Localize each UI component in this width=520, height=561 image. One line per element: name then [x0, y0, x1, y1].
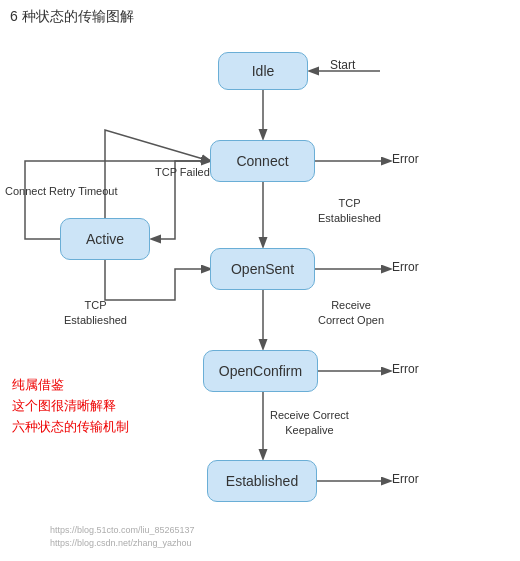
connect-state: Connect: [210, 140, 315, 182]
error1-label: Error: [392, 152, 419, 166]
opensent-state: OpenSent: [210, 248, 315, 290]
watermark1: https://blog.51cto.com/liu_85265137: [50, 525, 195, 535]
active-state: Active: [60, 218, 150, 260]
watermark2: https://blog.csdn.net/zhang_yazhou: [50, 538, 192, 548]
tcp-established2-label: TCPEstablieshed: [64, 298, 127, 329]
receive-correct-keepalive-label: Receive CorrectKeepalive: [270, 408, 349, 439]
error3-label: Error: [392, 362, 419, 376]
error2-label: Error: [392, 260, 419, 274]
receive-correct-open-label: ReceiveCorrect Open: [318, 298, 384, 329]
tcp-failed-label: TCP Failed: [155, 166, 210, 178]
start-label: Start: [330, 58, 355, 72]
idle-state: Idle: [218, 52, 308, 90]
tcp-established1-label: TCPEstablieshed: [318, 196, 381, 227]
page-title: 6 种状态的传输图解: [0, 0, 520, 30]
annotation-text: 纯属借鉴 这个图很清晰解释 六种状态的传输机制: [12, 375, 129, 437]
connect-retry-label: Connect Retry Timeout: [5, 184, 118, 199]
established-state: Established: [207, 460, 317, 502]
error4-label: Error: [392, 472, 419, 486]
diagram-container: Idle Connect Active OpenSent OpenConfirm…: [0, 30, 520, 560]
openconfirm-state: OpenConfirm: [203, 350, 318, 392]
